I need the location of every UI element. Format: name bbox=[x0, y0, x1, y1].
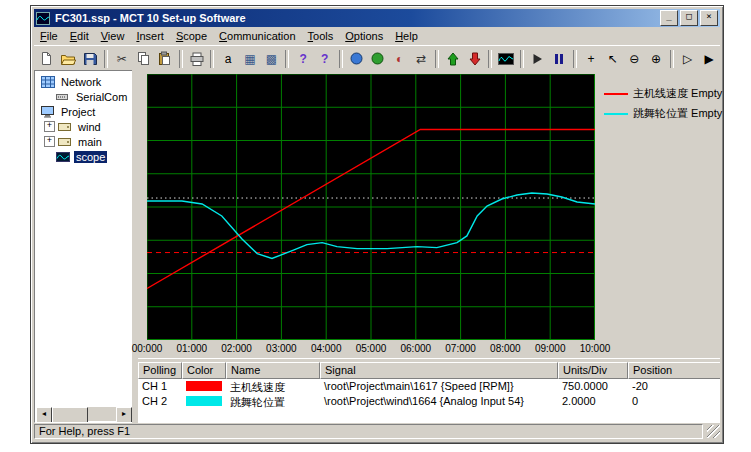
parameter-grid-button[interactable]: ▦ bbox=[239, 49, 261, 69]
expander-icon[interactable]: + bbox=[44, 136, 55, 147]
cell-polling: CH 1 bbox=[138, 379, 182, 394]
tree-item-network[interactable]: Network bbox=[36, 74, 132, 89]
write-to-drive-button[interactable] bbox=[464, 49, 486, 69]
print-icon bbox=[189, 52, 205, 66]
save-button[interactable] bbox=[79, 49, 101, 69]
scope-trace-icon bbox=[56, 152, 71, 162]
table-row[interactable]: CH 2跳舞轮位置\root\Project\wind\1664 {Analog… bbox=[138, 394, 720, 409]
context-help-button[interactable]: ? bbox=[314, 49, 336, 69]
scrollbar-thumb[interactable] bbox=[52, 407, 88, 423]
menu-tools[interactable]: Tools bbox=[302, 28, 340, 44]
computer-icon bbox=[41, 106, 56, 118]
serial-port-icon bbox=[56, 92, 71, 102]
new-button[interactable] bbox=[36, 49, 58, 69]
pause-button[interactable] bbox=[549, 49, 571, 69]
scope-plot[interactable] bbox=[147, 74, 595, 340]
step-right-button[interactable]: ▶ bbox=[698, 49, 720, 69]
zoom-out-icon: ⊖ bbox=[629, 53, 639, 65]
paste-button[interactable] bbox=[154, 49, 176, 69]
channel-color-swatch bbox=[186, 396, 222, 406]
minimize-button[interactable]: _ bbox=[660, 10, 678, 26]
compare-button[interactable]: ◐ bbox=[389, 49, 411, 69]
play-button[interactable] bbox=[527, 49, 549, 69]
toolbar-separator bbox=[520, 50, 524, 68]
help-button[interactable]: ? bbox=[292, 49, 314, 69]
x-axis-tick: 08:000 bbox=[490, 343, 521, 354]
column-header-polling[interactable]: Polling bbox=[138, 362, 182, 379]
scroll-right-icon[interactable]: ▸ bbox=[116, 407, 132, 423]
menu-scope[interactable]: Scope bbox=[170, 28, 213, 44]
cell-signal: \root\Project\main\1617 {Speed [RPM]} bbox=[320, 379, 558, 394]
save-icon bbox=[83, 52, 97, 66]
tree-item-label: SerialCom bbox=[74, 91, 129, 103]
cell-name: 主机线速度 bbox=[226, 379, 320, 394]
toolbar-separator bbox=[435, 50, 439, 68]
insert-text-button[interactable]: a bbox=[217, 49, 239, 69]
copy-button[interactable] bbox=[133, 49, 155, 69]
close-button[interactable]: × bbox=[700, 10, 718, 26]
column-header-color[interactable]: Color bbox=[182, 362, 226, 379]
menu-view[interactable]: View bbox=[95, 28, 131, 44]
step-right-icon: ▶ bbox=[705, 53, 714, 65]
column-header-signal[interactable]: Signal bbox=[320, 362, 558, 379]
cell-signal: \root\Project\wind\1664 {Analog Input 54… bbox=[320, 394, 558, 409]
menu-edit[interactable]: Edit bbox=[64, 28, 95, 44]
expander-icon[interactable]: + bbox=[44, 121, 55, 132]
column-header-position[interactable]: Position bbox=[628, 362, 720, 379]
tree-item-scope[interactable]: scope bbox=[36, 149, 132, 164]
tree-item-label: main bbox=[76, 136, 104, 148]
zoom-out-button[interactable]: ⊖ bbox=[623, 49, 645, 69]
pointer-zoom-button[interactable]: ↖ bbox=[602, 49, 624, 69]
table-row[interactable]: CH 1主机线速度\root\Project\main\1617 {Speed … bbox=[138, 379, 720, 394]
menu-file[interactable]: File bbox=[34, 28, 64, 44]
titlebar[interactable]: FC301.ssp - MCT 10 Set-up Software _□× bbox=[34, 9, 720, 27]
menu-options[interactable]: Options bbox=[339, 28, 389, 44]
toolbar-separator bbox=[488, 50, 492, 68]
print-button[interactable] bbox=[186, 49, 208, 69]
paste-icon bbox=[157, 51, 172, 66]
tree-item-project[interactable]: Project bbox=[36, 104, 132, 119]
tree-horizontal-scrollbar: ◂ ▸ bbox=[36, 407, 132, 421]
scope-panel: 主机线速度 Empty跳舞轮位置 Empty 00:00001:00002:00… bbox=[138, 70, 720, 423]
toolbar-separator bbox=[179, 50, 183, 68]
tree-item-wind[interactable]: +wind bbox=[36, 119, 132, 134]
status-text: For Help, press F1 bbox=[34, 424, 703, 439]
x-axis-tick: 10:000 bbox=[580, 343, 611, 354]
scroll-left-icon[interactable]: ◂ bbox=[36, 407, 52, 423]
cell-color bbox=[182, 379, 226, 394]
tree-item-serialcom[interactable]: SerialCom bbox=[36, 89, 132, 104]
crosshair-button[interactable]: + bbox=[580, 49, 602, 69]
table-view-button[interactable]: ▩ bbox=[261, 49, 283, 69]
read-from-drive-icon bbox=[447, 52, 459, 66]
arrow-tool-button[interactable]: ▷ bbox=[677, 49, 699, 69]
play-icon bbox=[532, 53, 543, 65]
x-axis-tick: 06:000 bbox=[401, 343, 432, 354]
transfer-button[interactable]: ⇄ bbox=[410, 49, 432, 69]
column-header-name[interactable]: Name bbox=[226, 362, 320, 379]
tree-item-label: Network bbox=[59, 76, 103, 88]
network-node-button[interactable] bbox=[367, 49, 389, 69]
open-folder-button[interactable] bbox=[58, 49, 80, 69]
drive-icon bbox=[58, 137, 73, 147]
app-icon[interactable] bbox=[36, 11, 51, 25]
cell-name: 跳舞轮位置 bbox=[226, 394, 320, 409]
legend-label: 跳舞轮位置 Empty bbox=[633, 106, 722, 121]
x-axis-tick: 05:000 bbox=[356, 343, 387, 354]
column-header-unitsdiv[interactable]: Units/Div bbox=[558, 362, 628, 379]
menu-help[interactable]: Help bbox=[389, 28, 424, 44]
parameter-grid-icon: ▦ bbox=[244, 53, 255, 65]
maximize-button[interactable]: □ bbox=[680, 10, 698, 26]
network-scan-button[interactable] bbox=[346, 49, 368, 69]
menu-communication[interactable]: Communication bbox=[213, 28, 301, 44]
menu-insert[interactable]: Insert bbox=[130, 28, 170, 44]
zoom-in-button[interactable]: ⊕ bbox=[645, 49, 667, 69]
resize-grip[interactable] bbox=[707, 425, 720, 438]
read-from-drive-button[interactable] bbox=[442, 49, 464, 69]
scope-wave-button[interactable] bbox=[495, 49, 517, 69]
tree-item-main[interactable]: +main bbox=[36, 134, 132, 149]
cut-button[interactable]: ✂ bbox=[111, 49, 133, 69]
transfer-icon: ⇄ bbox=[416, 53, 426, 65]
x-axis-tick: 03:000 bbox=[266, 343, 297, 354]
cell-units-div: 2.0000 bbox=[558, 394, 628, 409]
channel-color-swatch bbox=[186, 381, 222, 391]
